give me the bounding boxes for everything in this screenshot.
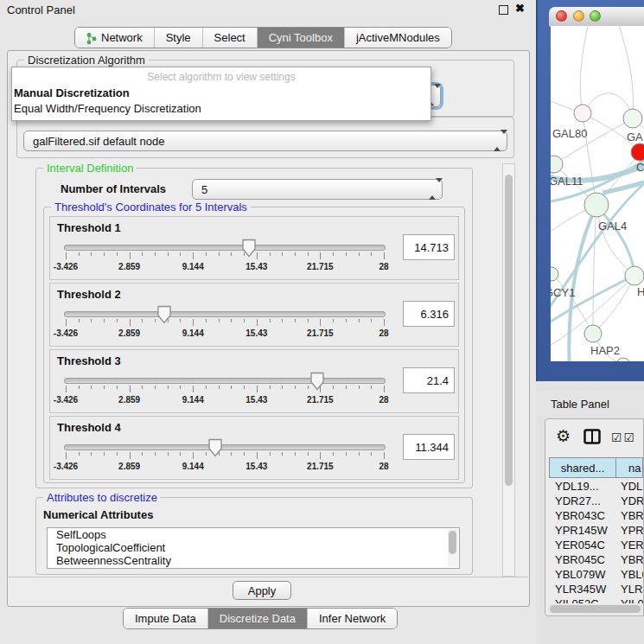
- network-node-h[interactable]: [625, 266, 644, 285]
- cell-shared-name[interactable]: YER054C: [549, 539, 616, 553]
- network-canvas[interactable]: GAL80GACGAL11GAL4GCY1HHAP2: [551, 26, 644, 361]
- cell-name[interactable]: YPR1: [616, 524, 643, 539]
- threshold-slider[interactable]: -3.4262.8599.14415.4321.71528: [62, 304, 387, 344]
- cell-name[interactable]: YBL0: [616, 568, 643, 583]
- threshold-value-field[interactable]: 6.316: [403, 301, 455, 327]
- mac-minimize-icon[interactable]: [573, 10, 584, 22]
- slider-thumb[interactable]: [207, 438, 223, 457]
- table-row[interactable]: YBR043CYBR0: [549, 509, 643, 524]
- list-item[interactable]: TopologicalCoefficient: [48, 541, 459, 554]
- select-checkboxes-icon[interactable]: ☑☑: [611, 430, 636, 444]
- bottom-tab-discretize-data[interactable]: Discretize Data: [207, 609, 307, 628]
- network-node-gal80[interactable]: [574, 105, 591, 122]
- network-view-window: GAL80GACGAL11GAL4GCY1HHAP2: [536, 0, 644, 381]
- table-row[interactable]: YIL052CYIL0: [549, 597, 643, 603]
- network-window-titlebar[interactable]: [549, 7, 644, 27]
- scrollbar-thumb[interactable]: [550, 605, 641, 613]
- cell-shared-name[interactable]: YLR345W: [549, 583, 616, 597]
- slider-tick-labels: -3.4262.8599.14415.4321.71528: [62, 328, 387, 339]
- columns-icon[interactable]: [583, 429, 601, 448]
- tab-jactivemnodules[interactable]: jActiveMNodules: [344, 28, 451, 48]
- numerical-attributes-list[interactable]: SelfLoopsTopologicalCoefficientBetweenne…: [47, 527, 460, 569]
- slider-thumb[interactable]: [241, 239, 257, 258]
- tick-mark: [333, 452, 334, 456]
- tick-label: -3.426: [54, 395, 78, 405]
- table-data-value: galFiltered.sif default node: [33, 135, 164, 148]
- table-row[interactable]: YBL079WYBL0: [549, 568, 643, 583]
- table-row[interactable]: YLR345WYLR3: [549, 583, 643, 597]
- threshold-value-field[interactable]: 14.713: [403, 234, 455, 260]
- list-item[interactable]: BetweennessCentrality: [48, 554, 459, 567]
- cell-shared-name[interactable]: YDL19...: [549, 480, 616, 494]
- tab-network[interactable]: Network: [75, 28, 154, 48]
- mac-zoom-icon[interactable]: [590, 10, 601, 22]
- network-node-gal4[interactable]: [584, 193, 609, 217]
- network-node-c[interactable]: [631, 143, 644, 161]
- slider-track[interactable]: [64, 444, 386, 450]
- attributes-scrollbar[interactable]: [448, 529, 458, 567]
- tick-mark: [320, 319, 321, 326]
- network-node-gcy1[interactable]: [551, 267, 558, 281]
- dropdown-item-manual-discretization[interactable]: Manual Discretization: [14, 86, 130, 99]
- tick-label: 21.715: [307, 328, 334, 338]
- list-item[interactable]: SelfLoops: [48, 528, 459, 541]
- slider-track[interactable]: [64, 311, 386, 317]
- scrollbar-thumb[interactable]: [505, 175, 513, 486]
- tab-style[interactable]: Style: [154, 28, 202, 48]
- table-row[interactable]: YDL19...YDL1: [549, 480, 643, 494]
- tick-mark: [384, 252, 385, 259]
- cell-name[interactable]: YER0: [616, 539, 643, 553]
- cell-shared-name[interactable]: YBR045C: [549, 553, 616, 568]
- table-row[interactable]: YBR045CYBR0: [549, 553, 643, 568]
- network-node-hap2[interactable]: [584, 325, 602, 342]
- tick-mark: [66, 252, 67, 259]
- cell-shared-name[interactable]: YPR145W: [549, 524, 616, 539]
- threshold-value-field[interactable]: 21.4: [403, 367, 455, 393]
- close-icon[interactable]: ✖: [515, 2, 525, 15]
- mac-close-icon[interactable]: [556, 10, 567, 22]
- panel-vertical-scrollbar[interactable]: [502, 163, 515, 577]
- cell-name[interactable]: YDL1: [616, 480, 643, 494]
- threshold-value-field[interactable]: 11.344: [403, 434, 455, 460]
- number-of-intervals-combobox[interactable]: 5: [192, 179, 443, 200]
- slider-thumb[interactable]: [156, 305, 172, 324]
- bottom-tab-impute-data[interactable]: Impute Data: [124, 609, 207, 628]
- cell-name[interactable]: YLR3: [616, 583, 643, 597]
- cell-shared-name[interactable]: YDR27...: [549, 494, 616, 509]
- network-icon: [86, 32, 97, 48]
- apply-button[interactable]: Apply: [233, 581, 291, 600]
- cell-name[interactable]: YIL0: [616, 597, 643, 603]
- network-node-ga[interactable]: [623, 109, 642, 128]
- tick-mark: [219, 319, 220, 322]
- table-row[interactable]: YPR145WYPR1: [549, 524, 643, 539]
- slider-track[interactable]: [64, 245, 386, 251]
- cell-shared-name[interactable]: YBL079W: [549, 568, 616, 583]
- cell-name[interactable]: YDR2: [616, 494, 643, 509]
- tab-select[interactable]: Select: [202, 28, 257, 48]
- slider-thumb[interactable]: [309, 372, 325, 391]
- network-node[interactable]: [616, 358, 630, 361]
- tick-mark: [270, 319, 271, 322]
- scrollbar-thumb[interactable]: [449, 531, 456, 554]
- column-header-shared[interactable]: shared...: [549, 457, 616, 478]
- cell-name[interactable]: YBR0: [616, 553, 643, 568]
- table-horizontal-scrollbar[interactable]: [549, 604, 643, 614]
- gear-icon[interactable]: ⚙: [556, 426, 571, 446]
- float-window-icon[interactable]: [499, 5, 508, 15]
- threshold-slider[interactable]: -3.4262.8599.14415.4321.71528: [62, 238, 387, 277]
- cell-name[interactable]: YBR0: [616, 509, 643, 524]
- dropdown-item-equal-width-frequency[interactable]: Equal Width/Frequency Discretization: [14, 102, 201, 115]
- bottom-tab-infer-network[interactable]: Infer Network: [307, 609, 397, 628]
- column-header-name[interactable]: na: [616, 457, 643, 478]
- cell-shared-name[interactable]: YBR043C: [549, 509, 616, 524]
- tab-label: Select: [214, 31, 245, 44]
- threshold-slider[interactable]: -3.4262.8599.14415.4321.71528: [62, 437, 387, 477]
- tab-cyni-toolbox[interactable]: Cyni Toolbox: [257, 28, 344, 48]
- slider-track[interactable]: [64, 378, 386, 384]
- table-row[interactable]: YDR27...YDR2: [549, 494, 643, 509]
- threshold-slider[interactable]: -3.4262.8599.14415.4321.71528: [62, 371, 387, 411]
- tick-mark: [270, 386, 271, 389]
- cell-shared-name[interactable]: YIL052C: [549, 597, 616, 603]
- table-data-combobox[interactable]: galFiltered.sif default node: [23, 131, 507, 151]
- table-row[interactable]: YER054CYER0: [549, 539, 643, 553]
